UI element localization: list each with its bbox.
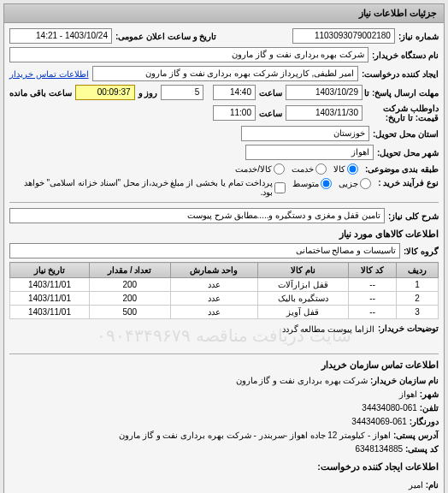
main-desc-label: شرح کلی نیاز: <box>388 211 439 221</box>
province-field[interactable]: خوزستان <box>241 126 369 141</box>
table-cell: عدد <box>170 306 257 319</box>
group-label: گروه کالا: <box>404 246 439 256</box>
c-org-label: نام سازمان خریدار: <box>370 376 439 385</box>
table-cell: -- <box>349 306 397 319</box>
city-field[interactable]: اهواز <box>245 145 374 160</box>
group-field[interactable]: تاسیسات و مصالح ساختمانی <box>9 243 400 258</box>
table-cell: 2 <box>397 292 439 306</box>
deadline-time-label: ساعت <box>259 88 282 98</box>
valid-time-label: ساعت <box>259 109 282 118</box>
req-no-label: شماره نیاز: <box>398 32 439 41</box>
city-label: شهر محل تحویل: <box>377 148 439 157</box>
items-table: ردیف کد کالا نام کالا واحد شمارش تعداد /… <box>9 262 439 319</box>
table-cell: 200 <box>89 278 170 292</box>
org-name-label: نام دستگاه خریدار: <box>372 50 439 60</box>
class-service-radio[interactable]: خدمت <box>292 163 327 175</box>
class-goods-text: کالا <box>333 164 345 174</box>
table-cell: عدد <box>170 292 257 306</box>
valid-time-field[interactable]: 11:00 <box>213 105 256 121</box>
province-label: استان محل تحویل: <box>373 129 439 139</box>
contact-section-title: اطلاعات تماس سازمان خریدار <box>9 359 439 371</box>
table-cell: 1403/11/01 <box>10 306 90 319</box>
table-cell: -- <box>349 292 397 306</box>
c-addr-label: آدرس پستی: <box>393 431 439 440</box>
process-label: نوع فرآیند خرید : <box>378 178 439 187</box>
c-org: شرکت بهره برداری نفت و گاز مارون <box>236 376 368 385</box>
c-post: 6348134885 <box>355 444 403 454</box>
announce-label: تاریخ و ساعت اعلان عمومی: <box>115 32 216 41</box>
table-cell: قفل آویز <box>257 306 349 319</box>
contact-block: نام سازمان خریدار: شرکت بهره برداری نفت … <box>9 374 439 493</box>
col-date[interactable]: تاریخ نیاز <box>10 263 90 278</box>
c-city: اهواز <box>399 389 417 399</box>
valid-label: داوطلب شرکت قیمت: تا تاریخ: <box>366 104 439 122</box>
c-addr: اهواز - کیلومتر 12 جاده اهواز -سربندر - … <box>119 431 391 440</box>
col-row[interactable]: ردیف <box>397 263 439 278</box>
class-label: طبقه بندی موضوعی: <box>365 164 439 174</box>
table-cell: 1403/11/01 <box>10 278 90 292</box>
table-cell: 3 <box>397 306 439 319</box>
col-name[interactable]: نام کالا <box>257 263 349 278</box>
table-cell: 1403/11/01 <box>10 292 90 306</box>
req-no-field[interactable]: 1103093079002180 <box>292 28 395 44</box>
days-label: روز و <box>139 88 158 98</box>
c-fax: 061-34434069 <box>351 417 407 426</box>
buyer-desc-label: توضیحات خریدار: <box>378 324 439 333</box>
creator-section-title: اطلاعات ایجاد کننده درخواست: <box>9 460 439 475</box>
c-fax-label: دورنگار: <box>410 417 439 426</box>
c-post-label: کد پستی: <box>405 444 439 454</box>
class-goods-radio[interactable]: کالا <box>333 163 358 175</box>
col-code[interactable]: کد کالا <box>349 263 397 278</box>
table-cell: 500 <box>89 306 170 319</box>
contact-link[interactable]: اطلاعات تماس خریدار <box>9 69 89 79</box>
table-cell: عدد <box>170 278 257 292</box>
deadline-label: مهلت ارسال پاسخ: تا <box>366 88 439 98</box>
goods-section-title: اطلاعات کالاهای مورد نیاز <box>9 229 439 240</box>
buyer-desc-text: الزاما پیوست مطالعه گردد <box>282 324 374 334</box>
requester-field[interactable]: امیر لطیفی, کارپرداز شرکت بهره برداری نف… <box>92 66 359 81</box>
form-body: شماره نیاز: 1103093079002180 تاریخ و ساع… <box>4 23 444 493</box>
process-note-check[interactable]: پرداخت تمام یا بخشی از مبلغ خرید،از محل … <box>9 178 286 197</box>
c-name: امیر <box>409 480 423 490</box>
deadline-time-field[interactable]: 14:40 <box>213 85 256 100</box>
table-row[interactable]: 2--دستگیره بالیکعدد2001403/11/01 <box>10 292 439 306</box>
c-tel: 061-34434080 <box>362 403 417 413</box>
class-service-text: خدمت <box>292 164 314 174</box>
table-row[interactable]: 1--قفل ابزارآلاتعدد2001403/11/01 <box>10 278 439 292</box>
table-cell: دستگیره بالیک <box>257 292 349 306</box>
panel-title: جزئیات اطلاعات نیاز <box>4 4 444 23</box>
col-unit[interactable]: واحد شمارش <box>170 263 257 278</box>
deadline-date-field[interactable]: 1403/10/29 <box>286 85 363 100</box>
table-cell: 1 <box>397 278 439 292</box>
table-cell: -- <box>349 278 397 292</box>
days-field[interactable]: 5 <box>161 85 203 100</box>
c-name-label: نام: <box>426 480 439 490</box>
table-cell: 200 <box>89 292 170 306</box>
remain-label: ساعت باقی مانده <box>9 88 72 98</box>
process-medium-text: متوسط <box>292 179 319 188</box>
class-both-text: کالا/خدمت <box>235 164 272 174</box>
table-cell: قفل ابزارآلات <box>257 278 349 292</box>
c-tel-label: تلفن: <box>420 403 439 413</box>
org-name-field[interactable]: شرکت بهره برداری نفت و گاز مارون <box>9 47 368 62</box>
remain-field[interactable]: 00:09:37 <box>75 85 135 100</box>
table-header-row: ردیف کد کالا نام کالا واحد شمارش تعداد /… <box>10 263 439 278</box>
process-partial-radio[interactable]: جزیی <box>339 178 371 189</box>
details-panel: جزئیات اطلاعات نیاز شماره نیاز: 11030930… <box>3 3 445 493</box>
main-desc-field[interactable]: تامين قفل و مغزی و دستگیره و.....مطابق ش… <box>9 208 385 223</box>
class-both-radio[interactable]: کالا/خدمت <box>235 163 285 175</box>
col-qty[interactable]: تعداد / مقدار <box>89 263 170 278</box>
c-city-label: شهر: <box>420 389 439 399</box>
table-row[interactable]: 3--قفل آویزعدد5001403/11/01 <box>10 306 439 319</box>
process-medium-radio[interactable]: متوسط <box>292 178 332 189</box>
requester-label: ایجاد کننده درخواست: <box>362 69 439 79</box>
process-note-text: پرداخت تمام یا بخشی از مبلغ خرید،از محل … <box>9 178 273 197</box>
valid-date-field[interactable]: 1403/11/30 <box>286 105 363 121</box>
process-partial-text: جزیی <box>339 179 358 188</box>
announce-field[interactable]: 1403/10/24 - 14:21 <box>9 28 112 44</box>
